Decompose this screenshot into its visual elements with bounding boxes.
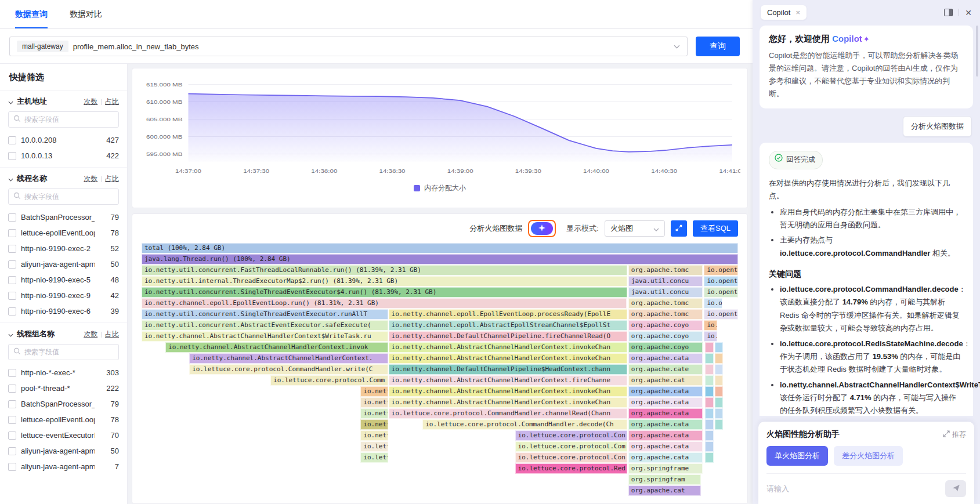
flame-frame[interactable]: io.netty.channel.AbstractChannelHandlerC… [165, 342, 388, 353]
flame-frame[interactable]: io.o [704, 331, 717, 342]
flame-frame[interactable] [705, 430, 713, 441]
flame-frame[interactable] [705, 353, 713, 364]
flame-frame[interactable]: org.springfram [628, 474, 701, 485]
chevron-down-icon[interactable] [8, 329, 13, 339]
metric-select[interactable]: mall-gateway profile_mem.alloc_in_new_tl… [9, 37, 688, 56]
fullscreen-button[interactable] [671, 220, 687, 237]
flame-frame[interactable]: io.lettuce.core.protocol.CommandHandler.… [389, 408, 627, 419]
tab-single-flame-analysis[interactable]: 单火焰图分析 [766, 446, 828, 466]
flame-frame[interactable]: org.apache.cata [628, 408, 703, 419]
flame-frame[interactable]: io.netty.channel.epoll.EpollEventLoop.ru… [142, 298, 627, 309]
count-toggle[interactable]: 次数 [84, 329, 97, 339]
flame-frame[interactable]: io.lettuce.core.protocol.Con [515, 430, 627, 441]
list-item[interactable]: http-nio-9190-exec-548 [8, 272, 119, 288]
ratio-toggle[interactable]: 占比 [105, 174, 119, 184]
flame-frame[interactable]: io.op [704, 298, 722, 309]
list-item[interactable]: 10.0.0.208427 [8, 132, 119, 148]
flame-frame[interactable]: io.opentel [704, 287, 738, 298]
checkbox[interactable] [8, 447, 16, 455]
tab-diff-flame-analysis[interactable]: 差分火焰图分析 [834, 446, 903, 466]
flame-frame[interactable]: io.netty.channel.AbstractChannelHandlerC… [389, 375, 627, 386]
recommend-link[interactable]: 推荐 [943, 430, 966, 440]
flame-frame[interactable]: io.nett [360, 397, 388, 408]
flame-frame[interactable] [705, 452, 713, 463]
flame-frame[interactable]: java.util.concu [628, 287, 703, 298]
list-item[interactable]: lettuce-epollEventLoop-*-*78 [8, 412, 119, 427]
analyze-flame-magic-button[interactable] [531, 222, 553, 235]
flame-frame[interactable]: org.apache.cata [628, 430, 703, 441]
flame-frame[interactable]: org.apache.coyo [628, 331, 703, 342]
flame-frame[interactable] [715, 353, 723, 364]
flame-frame[interactable]: io.lett [360, 452, 388, 463]
checkbox[interactable] [8, 385, 16, 393]
list-item[interactable]: lettuce-eventExecutorLoop...70 [8, 427, 119, 443]
flame-frame[interactable]: total (100%, 2.84 GB) [142, 243, 738, 253]
flame-frame[interactable]: io.netty.util.internal.ThreadExecutorMap… [142, 276, 627, 287]
flame-frame[interactable]: org.apache.cata [628, 419, 703, 430]
panel-toggle-icon[interactable] [944, 9, 953, 16]
checkbox[interactable] [8, 260, 16, 269]
flame-frame[interactable] [715, 386, 723, 397]
flame-frame[interactable] [705, 419, 713, 430]
checkbox[interactable] [8, 245, 16, 253]
flame-frame[interactable]: io.lett [360, 441, 388, 452]
panel-close-icon[interactable]: ✕ [965, 8, 972, 17]
flame-frame[interactable]: io.o [704, 320, 717, 331]
copilot-tab[interactable]: Copilot × [761, 5, 807, 20]
flame-frame[interactable]: io.netty.channel.DefaultChannelPipeline.… [389, 331, 627, 342]
send-button[interactable] [945, 480, 966, 497]
flame-frame[interactable]: io.netty.channel.AbstractChannelHandlerC… [389, 386, 627, 397]
flame-frame[interactable]: org.springframe [628, 463, 703, 474]
chevron-down-icon[interactable] [8, 96, 13, 107]
flame-frame[interactable]: io.netty.channel.epoll.EpollEventLoop.pr… [389, 309, 627, 320]
flame-frame[interactable]: org.apache.tomc [628, 298, 703, 309]
list-item[interactable]: pool-*-thread-*222 [8, 380, 119, 396]
flame-frame[interactable]: io.lettuce.core.protocol.CommandHandler.… [189, 364, 388, 375]
flame-frame[interactable] [715, 419, 723, 430]
checkbox[interactable] [8, 416, 16, 424]
flame-frame[interactable] [715, 375, 723, 386]
flame-frame[interactable]: io.netty.channel.AbstractChannelHandlerC… [389, 342, 627, 353]
search-input[interactable]: 搜索字段值 [8, 344, 119, 360]
service-tag[interactable]: mall-gateway [17, 41, 68, 52]
flame-frame[interactable]: io.netty.util.concurrent.SingleThreadEve… [142, 287, 627, 298]
tab-data-compare[interactable]: 数据对比 [70, 0, 102, 28]
copilot-scroll-area[interactable]: 您好，欢迎使用 Copilot✦ Copilot是您的智能运维助手，可以帮助您分… [753, 22, 980, 416]
search-input[interactable]: 搜索字段值 [8, 188, 119, 205]
checkbox[interactable] [8, 463, 16, 471]
flame-frame[interactable] [705, 386, 713, 397]
flame-frame[interactable]: org.apache.coyo [628, 320, 703, 331]
flame-frame[interactable]: io.lettuce.core.protocol.CommandHandler.… [422, 419, 627, 430]
flame-frame[interactable]: io.netty.channel.AbstractChannelHandlerC… [142, 331, 388, 342]
list-item[interactable]: aliyun-java-agent-apm-Ar...50 [8, 443, 119, 459]
list-item[interactable]: lettuce-epollEventLoop-7-178 [8, 225, 119, 241]
flame-frame[interactable]: io.lettuce.core.protocol.Comm [270, 375, 388, 386]
list-item[interactable]: http-nio-9190-exec-252 [8, 241, 119, 256]
checkbox[interactable] [8, 307, 16, 316]
flame-frame[interactable]: io.netty.util.concurrent.FastThreadLocal… [142, 265, 627, 275]
checkbox[interactable] [8, 369, 16, 377]
flame-frame[interactable]: io.opentel [704, 276, 738, 287]
flame-frame[interactable]: org.apache.cata [628, 441, 703, 452]
checkbox[interactable] [8, 400, 16, 408]
flame-frame[interactable]: io.netty.channel.AbstractChannelHandlerC… [189, 353, 388, 364]
checkbox[interactable] [8, 136, 16, 144]
ratio-toggle[interactable]: 占比 [105, 97, 119, 107]
flame-frame[interactable] [705, 441, 713, 452]
list-item[interactable]: 10.0.0.13422 [8, 148, 119, 164]
flame-frame[interactable]: io.opentel [704, 309, 738, 320]
flame-frame[interactable]: io.lettuce.core.protocol.Con [515, 452, 627, 463]
tab-data-query[interactable]: 数据查询 [15, 0, 48, 28]
flame-frame[interactable] [715, 397, 723, 408]
flame-frame[interactable]: io.nett [360, 419, 388, 430]
checkbox[interactable] [8, 432, 16, 440]
flame-frame[interactable]: io.netty.channel.AbstractChannelHandlerC… [389, 353, 627, 364]
flame-frame[interactable]: org.apache.tomc [628, 309, 703, 320]
view-sql-button[interactable]: 查看SQL [693, 220, 738, 237]
checkbox[interactable] [8, 276, 16, 284]
count-toggle[interactable]: 次数 [84, 174, 97, 184]
flame-frame[interactable]: io.netty.util.concurrent.AbstractEventEx… [142, 320, 388, 331]
memory-chart[interactable]: 615.000 MB610.000 MB605.000 MB600.000 MB… [139, 73, 740, 180]
flame-frame[interactable]: org.apache.cate [628, 364, 703, 375]
ratio-toggle[interactable]: 占比 [105, 329, 119, 339]
